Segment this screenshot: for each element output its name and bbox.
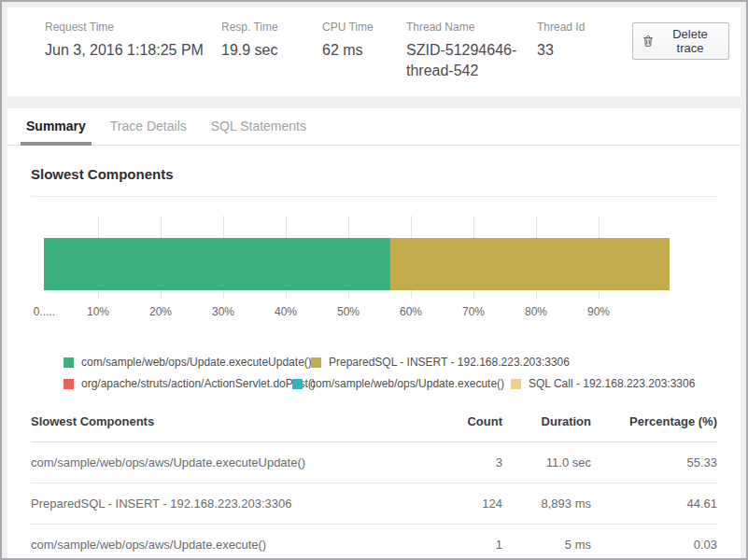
chart-legend: com/sample/web/ops/Update.executeUpdate(… xyxy=(64,356,717,390)
title-divider xyxy=(31,196,717,197)
legend-item-sql-call[interactable]: SQL Call - 192.168.223.203:3306 xyxy=(511,377,695,390)
cell-count: 3 xyxy=(414,442,502,483)
x-axis-labels: 0..... 10% 20% 30% 40% 50% 60% 70% 80% 9… xyxy=(35,305,661,322)
cell-percentage: 44.61 xyxy=(591,483,717,525)
legend-label: com/sample/web/ops/Update.executeUpdate(… xyxy=(81,356,312,369)
tab-summary[interactable]: Summary xyxy=(21,119,92,146)
thread-name-label: Thread Name xyxy=(406,21,528,34)
chart-plot-area xyxy=(35,216,661,298)
table-header-row: Slowest Components Count Duration Percen… xyxy=(31,403,717,442)
resp-time-value: 19.9 sec xyxy=(221,40,313,61)
field-resp-time: Resp. Time 19.9 sec xyxy=(221,21,322,61)
bar-segment[interactable] xyxy=(44,238,390,290)
stacked-bar xyxy=(44,238,670,290)
x-tick-60: 60% xyxy=(400,305,422,318)
field-thread-name: Thread Name SZID-51294646-thread-542 xyxy=(406,21,537,81)
cell-duration: 11.0 sec xyxy=(502,442,591,483)
trash-icon xyxy=(642,35,655,48)
legend-swatch-tan xyxy=(511,379,521,389)
cell-count: 124 xyxy=(414,483,502,525)
legend-row: com/sample/web/ops/Update.executeUpdate(… xyxy=(64,356,717,369)
legend-row: org/apache/struts/action/ActionServlet.d… xyxy=(64,377,717,390)
legend-label: org/apache/struts/action/ActionServlet.d… xyxy=(81,377,316,390)
legend-swatch-red xyxy=(64,379,74,389)
x-tick-50: 50% xyxy=(337,305,360,318)
x-tick-40: 40% xyxy=(275,305,297,318)
x-tick-90: 90% xyxy=(587,305,610,318)
legend-label: com/sample/web/ops/Update.execute() xyxy=(310,377,504,390)
cell-duration: 5 ms xyxy=(502,525,591,560)
legend-item-execute[interactable]: com/sample/web/ops/Update.execute() xyxy=(292,377,511,390)
slowest-components-table: Slowest Components Count Duration Percen… xyxy=(31,403,717,560)
cell-component: com/sample/web/ops/aws/Update.executeUpd… xyxy=(31,442,414,483)
x-tick-10: 10% xyxy=(87,305,109,318)
x-tick-70: 70% xyxy=(462,305,485,318)
field-request-time: Request Time Jun 3, 2016 1:18:25 PM xyxy=(45,21,221,61)
legend-swatch-teal xyxy=(292,379,303,389)
table-row: com/sample/web/ops/aws/Update.execute() … xyxy=(31,525,717,560)
trace-content-card: Summary Trace Details SQL Statements Slo… xyxy=(7,108,741,560)
cell-component: com/sample/web/ops/aws/Update.execute() xyxy=(31,525,414,560)
trace-summary-card: Request Time Jun 3, 2016 1:18:25 PM Resp… xyxy=(7,7,741,96)
table-row: com/sample/web/ops/aws/Update.executeUpd… xyxy=(31,442,717,483)
cell-percentage: 55.33 xyxy=(591,442,717,483)
cpu-time-label: CPU Time xyxy=(322,21,397,34)
trace-detail-page: Request Time Jun 3, 2016 1:18:25 PM Resp… xyxy=(0,0,748,560)
x-tick-0: 0..... xyxy=(34,305,55,318)
thread-id-label: Thread Id xyxy=(537,21,623,34)
legend-item-execute-update[interactable]: com/sample/web/ops/Update.executeUpdate(… xyxy=(64,356,311,369)
cpu-time-value: 62 ms xyxy=(322,40,397,61)
thread-id-value: 33 xyxy=(537,40,623,61)
thread-name-value: SZID-51294646-thread-542 xyxy=(406,40,528,81)
x-tick-80: 80% xyxy=(525,305,547,318)
legend-label: PreparedSQL - INSERT - 192.168.223.203:3… xyxy=(329,356,570,369)
request-time-label: Request Time xyxy=(45,21,212,34)
delete-trace-label: Delete trace xyxy=(660,27,720,55)
cell-duration: 8,893 ms xyxy=(502,483,591,525)
x-tick-30: 30% xyxy=(212,305,234,318)
col-header-count: Count xyxy=(414,403,502,442)
request-time-value: Jun 3, 2016 1:18:25 PM xyxy=(45,40,212,61)
field-thread-id: Thread Id 33 xyxy=(537,21,632,61)
legend-item-prepared-sql[interactable]: PreparedSQL - INSERT - 192.168.223.203:3… xyxy=(311,356,570,369)
section-title: Slowest Components xyxy=(31,166,717,182)
summary-section: Slowest Components xyxy=(7,166,741,560)
bar-segment[interactable] xyxy=(390,238,670,290)
cell-count: 1 xyxy=(414,525,502,560)
table-row: PreparedSQL - INSERT - 192.168.223.203:3… xyxy=(31,483,717,525)
field-cpu-time: CPU Time 62 ms xyxy=(322,21,406,61)
tab-sql-statements[interactable]: SQL Statements xyxy=(205,119,312,146)
legend-swatch-green xyxy=(64,357,74,368)
x-tick-20: 20% xyxy=(149,305,172,318)
resp-time-label: Resp. Time xyxy=(221,21,313,34)
col-header-percentage: Percentage (%) xyxy=(591,403,717,442)
col-header-duration: Duration xyxy=(502,403,591,442)
tab-bar: Summary Trace Details SQL Statements xyxy=(7,108,741,146)
cell-component: PreparedSQL - INSERT - 192.168.223.203:3… xyxy=(31,483,414,525)
delete-trace-button[interactable]: Delete trace xyxy=(632,22,729,60)
legend-item-dopost[interactable]: org/apache/struts/action/ActionServlet.d… xyxy=(64,377,292,390)
legend-label: SQL Call - 192.168.223.203:3306 xyxy=(529,377,695,390)
col-header-component: Slowest Components xyxy=(31,403,414,442)
cell-percentage: 0.03 xyxy=(591,525,717,560)
legend-swatch-gold xyxy=(311,357,321,368)
slowest-components-chart: 0..... 10% 20% 30% 40% 50% 60% 70% 80% 9… xyxy=(35,216,661,322)
tab-trace-details[interactable]: Trace Details xyxy=(105,119,192,146)
